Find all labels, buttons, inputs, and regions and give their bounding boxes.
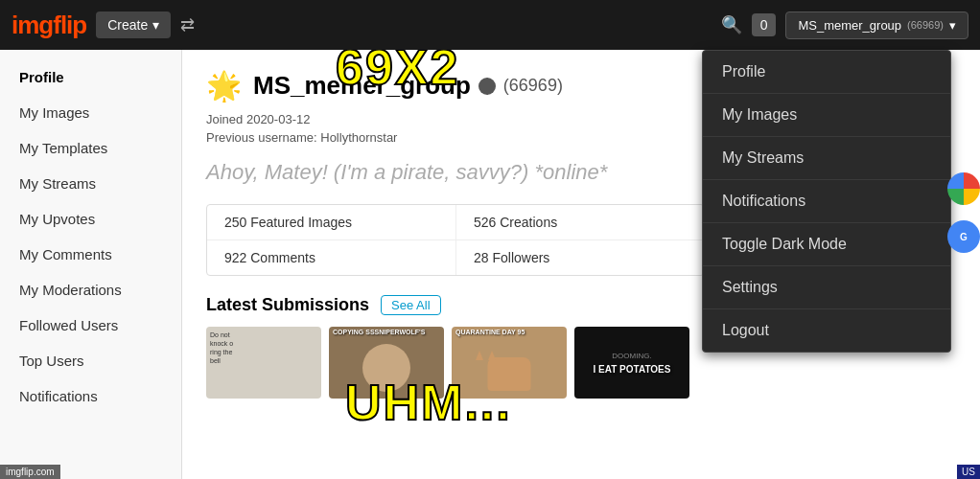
sidebar-item-my-streams[interactable]: My Streams	[0, 166, 181, 201]
thumb-3-label: QUARANTINE DAY 95	[455, 329, 525, 335]
user-dropdown-menu: Profile My Images My Streams Notificatio…	[702, 50, 951, 353]
shuffle-icon[interactable]: ⇄	[180, 14, 195, 35]
sidebar-item-my-images[interactable]: My Images	[0, 95, 181, 130]
sidebar-item-notifications[interactable]: Notifications	[0, 378, 181, 414]
sidebar: Profile My Images My Templates My Stream…	[0, 50, 182, 479]
stat-featured: 250 Featured Images	[207, 205, 455, 240]
header-right: 🔍 0 MS_memer_group (66969) ▾	[721, 11, 968, 39]
sidebar-item-profile[interactable]: Profile	[0, 59, 181, 95]
stat-creations: 526 Creations	[455, 205, 704, 240]
dropdown-my-images[interactable]: My Images	[703, 94, 950, 137]
dropdown-settings[interactable]: Settings	[703, 266, 950, 309]
user-menu-button[interactable]: MS_memer_group (66969) ▾	[785, 11, 968, 39]
imgflip-watermark: imgflip.com	[0, 465, 60, 479]
locale-indicator: US	[957, 465, 980, 479]
dropdown-profile[interactable]: Profile	[703, 51, 950, 94]
dropdown-notifications[interactable]: Notifications	[703, 180, 950, 223]
group-badge	[478, 78, 496, 95]
sidebar-item-top-users[interactable]: Top Users	[0, 343, 181, 378]
profile-name: MS_memer_group (66969)	[253, 71, 563, 101]
see-all-button[interactable]: See All	[381, 295, 440, 315]
sidebar-item-my-moderations[interactable]: My Moderations	[0, 272, 181, 308]
dropdown-logout[interactable]: Logout	[703, 309, 950, 352]
sidebar-item-my-templates[interactable]: My Templates	[0, 130, 181, 166]
stat-comments: 922 Comments	[207, 240, 455, 275]
thumb-4-top: DOOMING.	[612, 352, 651, 360]
profile-username: MS_memer_group	[253, 71, 471, 101]
sidebar-item-my-comments[interactable]: My Comments	[0, 237, 181, 272]
search-button[interactable]: 🔍	[721, 14, 742, 35]
user-count: (66969)	[907, 19, 944, 31]
google-icon: G	[947, 220, 980, 253]
dropdown-arrow-icon: ▾	[152, 17, 159, 33]
submission-thumb-1[interactable]: Do notknock oring thebell	[206, 327, 321, 399]
sidebar-item-followed-users[interactable]: Followed Users	[0, 308, 181, 343]
prev-username-label: Previous username:	[206, 130, 317, 145]
logo: imgflip	[12, 11, 86, 40]
profile-count: (66969)	[503, 76, 563, 96]
sidebar-item-my-upvotes[interactable]: My Upvotes	[0, 201, 181, 237]
notification-badge[interactable]: 0	[752, 13, 777, 36]
create-label: Create	[107, 17, 148, 33]
create-button[interactable]: Create ▾	[96, 11, 171, 38]
latest-label: Latest Submissions	[206, 295, 369, 315]
thumb-2-label: COPYING SSSNIPERWOLF'S	[333, 329, 425, 335]
chevron-down-icon: ▾	[949, 18, 956, 33]
prev-username-value: Hollythornstar	[320, 130, 397, 145]
submission-thumb-2[interactable]: COPYING SSSNIPERWOLF'S	[329, 327, 444, 399]
stats-box: 250 Featured Images 526 Creations 922 Co…	[206, 204, 705, 276]
dropdown-toggle-dark[interactable]: Toggle Dark Mode	[703, 223, 950, 266]
star-icon: 🌟	[206, 69, 242, 103]
dropdown-my-streams[interactable]: My Streams	[703, 137, 950, 180]
user-name: MS_memer_group	[798, 18, 901, 33]
stat-followers: 28 Followers	[455, 240, 704, 275]
chrome-icon	[947, 172, 980, 205]
submission-thumb-4[interactable]: DOOMING. I EAT POTATOES	[574, 327, 689, 399]
submission-thumb-3[interactable]: QUARANTINE DAY 95	[452, 327, 567, 399]
header: imgflip Create ▾ ⇄ 🔍 0 MS_memer_group (6…	[0, 0, 980, 50]
thumb-4-label: I EAT POTATOES	[594, 364, 671, 375]
